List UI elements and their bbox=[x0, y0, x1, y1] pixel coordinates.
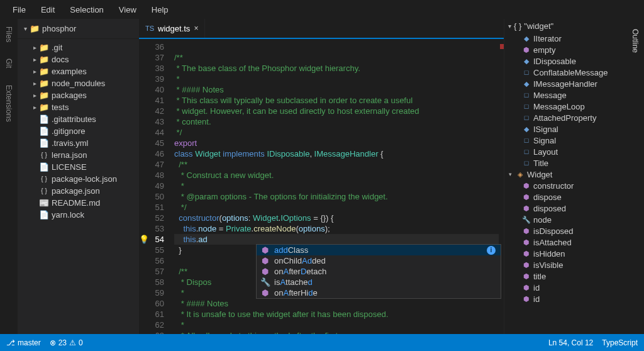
tree-item[interactable]: ▸📁examples bbox=[18, 65, 139, 77]
outline-item[interactable]: ⬢title bbox=[507, 270, 624, 282]
outline-item[interactable]: ◆IMessageHandler bbox=[507, 78, 624, 89]
outline-item[interactable]: ▾◈Widget bbox=[507, 169, 624, 180]
tree-item[interactable]: ▸📁tests bbox=[18, 101, 139, 113]
code-line[interactable]: */ bbox=[174, 202, 499, 213]
outline-item[interactable]: ◆IDisposable bbox=[507, 55, 624, 67]
line-number: 52 bbox=[139, 213, 164, 223]
code-line[interactable]: this.node = Private.createNode(options); bbox=[174, 223, 499, 234]
status-git-branch[interactable]: ⎇ master bbox=[6, 338, 41, 347]
tree-item[interactable]: ▸📁docs bbox=[18, 53, 139, 65]
code-line[interactable]: this.ad bbox=[174, 234, 499, 245]
code-line[interactable]: /** bbox=[174, 52, 499, 63]
code-line[interactable] bbox=[174, 42, 499, 52]
outline-item[interactable]: ⬢dispose bbox=[507, 191, 624, 203]
activity-tab-git[interactable]: Git bbox=[3, 56, 14, 70]
tree-item[interactable]: 📄.gitignore bbox=[18, 125, 139, 137]
code-line[interactable]: * bbox=[174, 181, 499, 191]
code-line[interactable]: * #### Notes bbox=[174, 298, 499, 309]
suggest-item[interactable]: ⬢onAfterDetach bbox=[257, 266, 501, 277]
code-editor[interactable]: 3637383940414243444546474849505152535455… bbox=[139, 39, 504, 334]
outline-item[interactable]: ◆IIterator bbox=[507, 33, 624, 44]
outline-item[interactable]: ⬢isDisposed bbox=[507, 225, 624, 237]
outline-item[interactable]: □Layout bbox=[507, 146, 624, 157]
outline-item[interactable]: □Signal bbox=[507, 135, 624, 146]
outline-item[interactable]: □Message bbox=[507, 89, 624, 101]
info-icon[interactable]: i bbox=[487, 246, 496, 255]
outline-label: Layout bbox=[533, 147, 558, 157]
outline-title: "widget" bbox=[524, 21, 553, 31]
outline-item[interactable]: ⬢isHidden bbox=[507, 248, 624, 259]
code-line[interactable]: * bbox=[174, 320, 499, 330]
status-language[interactable]: TypeScript bbox=[602, 338, 638, 347]
outline-item[interactable]: ⬢isAttached bbox=[507, 237, 624, 248]
code-line[interactable]: constructor(options: Widget.IOptions = {… bbox=[174, 213, 499, 223]
outline-item[interactable]: □AttachedProperty bbox=[507, 112, 624, 123]
outline-item[interactable]: ⬢id bbox=[507, 293, 624, 304]
code-line[interactable]: * It is unsafe to use the widget after i… bbox=[174, 309, 499, 320]
outline-item[interactable]: ⬢id bbox=[507, 282, 624, 293]
tree-item[interactable]: ▸📁packages bbox=[18, 89, 139, 101]
outline-tab[interactable]: Outline bbox=[630, 24, 641, 58]
tree-item[interactable]: 📄LICENSE bbox=[18, 161, 139, 173]
code-line[interactable]: * The base class of the Phosphor widget … bbox=[174, 63, 499, 74]
menu-selection[interactable]: Selection bbox=[62, 3, 111, 17]
outline-item[interactable]: ◆ISignal bbox=[507, 123, 624, 135]
code-line[interactable]: */ bbox=[174, 127, 499, 138]
menu-edit[interactable]: Edit bbox=[33, 3, 62, 17]
code-line[interactable]: * bbox=[174, 74, 499, 84]
lightbulb-icon[interactable]: 💡 bbox=[139, 234, 149, 245]
menu-help[interactable]: Help bbox=[144, 3, 176, 17]
tree-item[interactable]: { }package.json bbox=[18, 185, 139, 197]
tree-item[interactable]: 📄.gitattributes bbox=[18, 113, 139, 125]
tree-item[interactable]: 📰README.md bbox=[18, 197, 139, 209]
outline-label: id bbox=[533, 294, 540, 304]
suggest-item[interactable]: ⬢addClassi bbox=[257, 245, 501, 255]
code-source[interactable]: /** * The base class of the Phosphor wid… bbox=[174, 39, 499, 334]
tree-item[interactable]: 📄.travis.yml bbox=[18, 137, 139, 149]
tree-item-label: packages bbox=[52, 91, 87, 100]
code-line[interactable]: * widget. However, it can be used direct… bbox=[174, 106, 499, 116]
suggest-item[interactable]: 🔧isAttached bbox=[257, 277, 501, 287]
tree-item[interactable]: 📄yarn.lock bbox=[18, 209, 139, 221]
status-position[interactable]: Ln 54, Col 12 bbox=[548, 338, 593, 347]
outline-item[interactable]: □MessageLoop bbox=[507, 101, 624, 112]
editor-tab-widget[interactable]: TS widget.ts × bbox=[139, 19, 205, 38]
code-line[interactable]: * content. bbox=[174, 116, 499, 127]
json-icon: { } bbox=[39, 187, 49, 194]
menu-view[interactable]: View bbox=[111, 3, 144, 17]
outline-item[interactable]: ⬢empty bbox=[507, 44, 624, 55]
line-number: 61 bbox=[139, 309, 164, 320]
code-line[interactable]: * #### Notes bbox=[174, 84, 499, 95]
code-line[interactable]: * @param options - The options for initi… bbox=[174, 191, 499, 202]
activity-tab-extensions[interactable]: Extensions bbox=[3, 82, 14, 125]
code-line[interactable]: * Construct a new widget. bbox=[174, 170, 499, 181]
code-line[interactable]: class Widget implements IDisposable, IMe… bbox=[174, 148, 499, 159]
tree-item[interactable]: { }package-lock.json bbox=[18, 173, 139, 185]
tree-item[interactable]: ▸📁.git bbox=[18, 42, 139, 53]
file-icon: 📄 bbox=[39, 162, 49, 172]
intellisense-popup[interactable]: ⬢addClassi⬢onChildAdded⬢onAfterDetach🔧is… bbox=[256, 244, 501, 299]
close-icon[interactable]: × bbox=[194, 24, 198, 33]
outline-item[interactable]: ⬢isVisible bbox=[507, 259, 624, 270]
suggest-item[interactable]: ⬢onAfterHide bbox=[257, 287, 501, 298]
menu-file[interactable]: File bbox=[5, 3, 33, 17]
status-problems[interactable]: ⊗ 23 ⚠ 0 bbox=[50, 338, 83, 347]
wrench-icon: 🔧 bbox=[522, 216, 531, 224]
code-line[interactable]: /** bbox=[174, 159, 499, 170]
explorer-header[interactable]: ▾ 📁 phosphor bbox=[18, 19, 139, 39]
code-line[interactable]: export bbox=[174, 138, 499, 148]
outline-item[interactable]: ⬢disposed bbox=[507, 203, 624, 214]
tree-item[interactable]: { }lerna.json bbox=[18, 149, 139, 161]
outline-item[interactable]: ⬢constructor bbox=[507, 180, 624, 191]
tree-item[interactable]: ▸📁node_modules bbox=[18, 77, 139, 89]
tree-item-label: lerna.json bbox=[52, 150, 87, 160]
suggest-item[interactable]: ⬢onChildAdded bbox=[257, 255, 501, 266]
outline-item[interactable]: □ConflatableMessage bbox=[507, 67, 624, 78]
explorer-sidebar: ▾ 📁 phosphor ▸📁.git▸📁docs▸📁examples▸📁nod… bbox=[18, 19, 139, 334]
outline-item[interactable]: 🔧node bbox=[507, 214, 624, 225]
outline-header[interactable]: ▾ { } "widget" bbox=[504, 19, 626, 33]
outline-item[interactable]: □Title bbox=[507, 157, 624, 169]
activity-tab-files[interactable]: Files bbox=[3, 24, 14, 45]
code-line[interactable]: * This class will typically be subclasse… bbox=[174, 95, 499, 106]
outline-label: isAttached bbox=[533, 238, 572, 247]
